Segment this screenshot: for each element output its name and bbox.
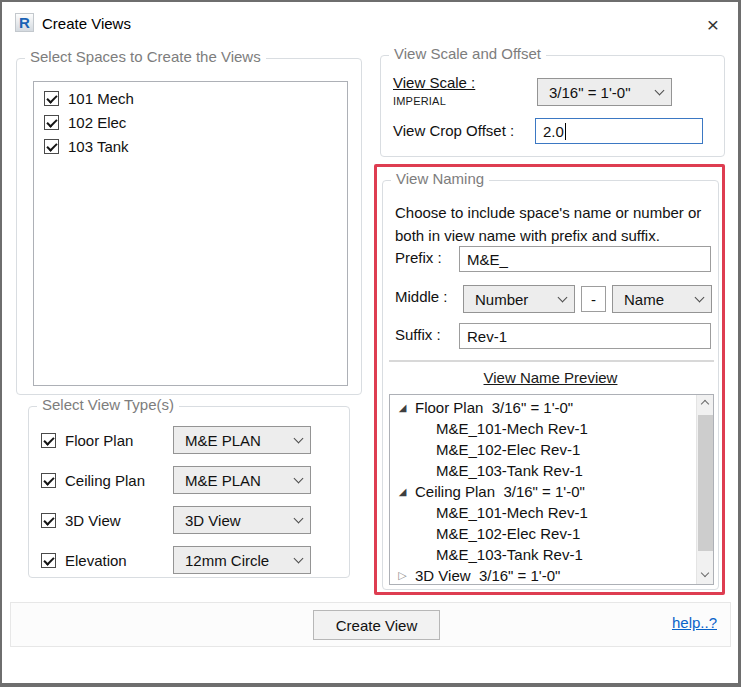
view-naming-group-title: View Naming <box>391 170 489 187</box>
ceiling-plan-type-value: M&E PLAN <box>185 472 261 489</box>
suffix-label: Suffix : <box>395 326 441 343</box>
tree-item[interactable]: M&E_101-Mech Rev-1 <box>390 418 713 439</box>
select-spaces-group-title: Select Spaces to Create the Views <box>25 48 266 65</box>
chevron-down-icon <box>294 514 304 524</box>
tree-item-label: M&E_103-Tank Rev-1 <box>436 546 583 563</box>
view-type-row: Ceiling Plan <box>41 466 145 494</box>
prefix-label: Prefix : <box>395 249 442 266</box>
tree-item-label: M&E_102-Elec Rev-1 <box>436 441 580 458</box>
middle-first-dropdown[interactable]: Number <box>463 285 575 313</box>
tree-item[interactable]: M&E_101-Mech Rev-1 <box>390 502 713 523</box>
close-icon[interactable]: × <box>699 12 727 38</box>
middle-second-value: Name <box>624 291 664 308</box>
ceiling-plan-type-dropdown[interactable]: M&E PLAN <box>173 466 311 494</box>
prefix-input[interactable] <box>459 246 711 272</box>
tree-item[interactable]: M&E_102-Elec Rev-1 <box>390 439 713 460</box>
middle-first-value: Number <box>475 291 528 308</box>
view-name-preview-title[interactable]: View Name Preview <box>383 369 718 386</box>
tree-item-label: M&E_101-Mech Rev-1 <box>436 420 588 437</box>
tree-item-label: Floor Plan 3/16" = 1'-0" <box>415 399 573 416</box>
space-list-item[interactable]: 101 Mech <box>34 86 347 110</box>
view-crop-offset-label: View Crop Offset : <box>393 122 514 139</box>
naming-description-line2: both in view name with prefix and suffix… <box>395 224 701 247</box>
floor-plan-label: Floor Plan <box>65 432 133 449</box>
select-spaces-group: Select Spaces to Create the Views 101 Me… <box>16 58 362 395</box>
elevation-type-dropdown[interactable]: 12mm Circle <box>173 546 311 574</box>
elevation-label: Elevation <box>65 552 127 569</box>
chevron-down-icon <box>558 293 568 303</box>
units-label: IMPERIAL <box>393 95 446 107</box>
view-naming-group: View Naming Choose to include space's na… <box>382 180 719 590</box>
ceiling-plan-label: Ceiling Plan <box>65 472 145 489</box>
chevron-down-icon <box>294 554 304 564</box>
view-scale-offset-group-title: View Scale and Offset <box>389 45 546 62</box>
floor-plan-checkbox[interactable] <box>41 433 56 448</box>
tree-item-label: M&E_101-Mech Rev-1 <box>436 504 588 521</box>
space-label: 101 Mech <box>68 90 134 107</box>
3d-view-checkbox[interactable] <box>41 513 56 528</box>
select-view-types-group-title: Select View Type(s) <box>37 396 179 413</box>
view-scale-dropdown[interactable]: 3/16" = 1'-0" <box>537 78 672 106</box>
chevron-down-icon <box>655 86 665 96</box>
scroll-up-icon[interactable] <box>697 395 714 412</box>
select-view-types-group: Select View Type(s) Floor Plan M&E PLAN … <box>28 406 350 578</box>
3d-view-type-dropdown[interactable]: 3D View <box>173 506 311 534</box>
elevation-checkbox[interactable] <box>41 553 56 568</box>
footer-bar: Create View help..? <box>10 602 731 647</box>
separator-value: - <box>591 291 596 308</box>
middle-second-dropdown[interactable]: Name <box>612 285 712 313</box>
3d-view-type-value: 3D View <box>185 512 241 529</box>
suffix-input[interactable] <box>459 323 711 349</box>
spaces-listbox: 101 Mech 102 Elec 103 Tank <box>33 81 348 386</box>
tree-item[interactable]: ◢ Ceiling Plan 3/16" = 1'-0" <box>390 481 713 502</box>
scroll-down-icon[interactable] <box>697 567 714 584</box>
revit-app-icon: R <box>15 13 34 32</box>
tree-item-label: Ceiling Plan 3/16" = 1'-0" <box>415 483 585 500</box>
view-crop-offset-value: 2.0 <box>543 123 564 140</box>
tree-item[interactable]: M&E_103-Tank Rev-1 <box>390 460 713 481</box>
view-type-row: Floor Plan <box>41 426 133 454</box>
view-scale-value: 3/16" = 1'-0" <box>549 84 630 101</box>
tree-item[interactable]: M&E_102-Elec Rev-1 <box>390 523 713 544</box>
tree-item[interactable]: M&E_103-Tank Rev-1 <box>390 544 713 565</box>
elevation-type-value: 12mm Circle <box>185 552 269 569</box>
tree-item[interactable]: ◢ Floor Plan 3/16" = 1'-0" <box>390 397 713 418</box>
tree-collapsed-icon[interactable]: ▷ <box>396 565 409 585</box>
help-link[interactable]: help..? <box>672 614 717 631</box>
tree-item-label: M&E_103-Tank Rev-1 <box>436 462 583 479</box>
space-label: 103 Tank <box>68 138 129 155</box>
naming-description: Choose to include space's name or number… <box>395 201 701 247</box>
view-crop-offset-input[interactable]: 2.0 <box>535 118 703 144</box>
divider <box>389 360 714 362</box>
chevron-down-icon <box>695 293 705 303</box>
scrollbar-thumb[interactable] <box>698 415 713 551</box>
tree-expanded-icon[interactable]: ◢ <box>396 397 409 418</box>
view-name-preview-tree: ◢ Floor Plan 3/16" = 1'-0" M&E_101-Mech … <box>389 394 714 585</box>
tree-item[interactable]: ▷ 3D View 3/16" = 1'-0" <box>390 565 713 585</box>
tree-expanded-icon[interactable]: ◢ <box>396 481 409 502</box>
create-view-button[interactable]: Create View <box>313 610 440 640</box>
tree-item-label: M&E_102-Elec Rev-1 <box>436 525 580 542</box>
space-label: 102 Elec <box>68 114 126 131</box>
space-checkbox[interactable] <box>44 91 59 106</box>
text-caret <box>565 123 566 140</box>
create-views-dialog: R Create Views × Select Spaces to Create… <box>0 0 741 687</box>
view-scale-link[interactable]: View Scale : <box>393 74 475 91</box>
space-checkbox[interactable] <box>44 115 59 130</box>
ceiling-plan-checkbox[interactable] <box>41 473 56 488</box>
floor-plan-type-dropdown[interactable]: M&E PLAN <box>173 426 311 454</box>
view-type-row: Elevation <box>41 546 127 574</box>
chevron-down-icon <box>294 434 304 444</box>
tree-item-label: 3D View 3/16" = 1'-0" <box>415 567 560 584</box>
space-list-item[interactable]: 102 Elec <box>34 110 347 134</box>
space-checkbox[interactable] <box>44 139 59 154</box>
separator-field[interactable]: - <box>581 286 606 312</box>
middle-label: Middle : <box>395 288 448 305</box>
space-list-item[interactable]: 103 Tank <box>34 134 347 158</box>
naming-description-line1: Choose to include space's name or number… <box>395 201 701 224</box>
floor-plan-type-value: M&E PLAN <box>185 432 261 449</box>
view-scale-offset-group: View Scale and Offset View Scale : IMPER… <box>380 55 725 157</box>
tree-scrollbar[interactable] <box>696 395 713 584</box>
3d-view-label: 3D View <box>65 512 121 529</box>
window-title: Create Views <box>42 15 131 32</box>
